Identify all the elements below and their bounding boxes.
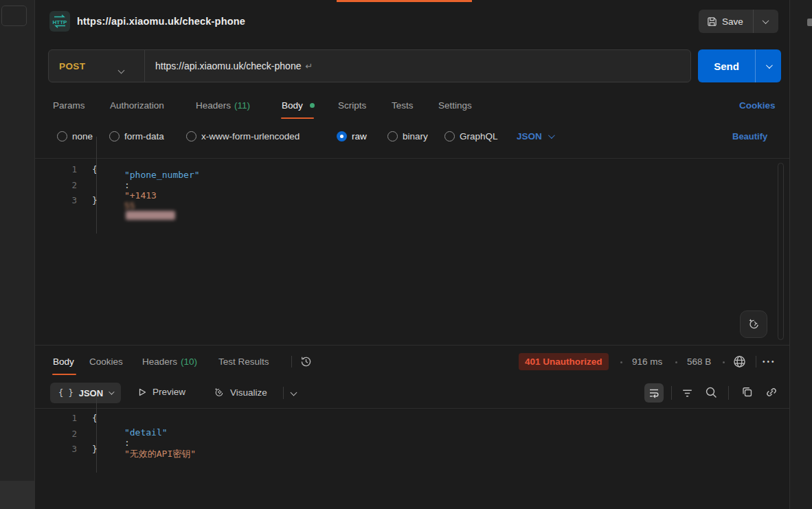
response-code-line[interactable]: 3 } [35,441,98,457]
save-button[interactable]: Save [699,10,754,33]
method-chevron-down-icon[interactable] [119,63,124,76]
save-button-label: Save [722,16,743,27]
line-number: 1 [35,164,77,174]
visualize-sparkle-icon [213,387,225,398]
radio-none[interactable]: none [57,131,93,142]
tab-body[interactable]: Body [282,100,303,111]
radio-raw[interactable]: raw [337,131,367,142]
language-select[interactable]: JSON [517,131,553,142]
code-text: } [92,195,98,205]
response-tab-cookies[interactable]: Cookies [89,357,123,367]
tab-headers[interactable]: Headers (11) [196,100,250,111]
history-icon [300,355,313,368]
panel-divider[interactable] [35,345,789,346]
url-input[interactable]: https://api.xiaomu.uk/check-phone ↵ [155,60,313,71]
radio-icon [444,131,455,142]
response-code-line[interactable]: 2 "detail" : "无效的API密钥" [35,426,196,442]
radio-none-label: none [72,131,93,142]
active-response-tab-underline [52,374,76,375]
status-badge: 401 Unauthorized [519,353,609,370]
send-button[interactable]: Send [698,49,756,82]
chevron-down-icon [763,17,769,24]
radio-urlencoded[interactable]: x-www-form-urlencoded [186,131,300,142]
request-code-line[interactable]: 3 } [35,192,98,208]
radio-raw-label: raw [352,131,367,142]
tab-tests[interactable]: Tests [392,100,414,111]
search-button[interactable] [704,385,719,400]
meta-separator-dot [723,361,725,363]
preview-button[interactable]: Preview [137,387,185,397]
wrap-text-button[interactable] [644,383,664,403]
json-colon: : [124,180,135,190]
tab-authorization[interactable]: Authorization [110,100,164,111]
network-info-button[interactable] [732,354,747,369]
json-key: "detail" [124,427,168,438]
response-tab-test-results[interactable]: Test Results [218,357,269,367]
braces-icon: { } [58,388,74,398]
save-options-button[interactable] [754,10,778,33]
response-code-line[interactable]: 1 { [35,410,98,426]
search-icon [704,385,719,400]
tab-scripts[interactable]: Scripts [338,100,366,111]
save-icon [707,16,717,27]
postbot-button[interactable] [740,310,767,338]
send-options-button[interactable] [756,49,781,82]
more-options-button[interactable]: ••• [763,358,776,365]
body-modified-dot [310,103,315,108]
json-key: "phone_number" [124,170,200,180]
radio-binary-label: binary [403,131,428,142]
tab-settings[interactable]: Settings [438,100,472,111]
postbot-icon [747,317,760,331]
toolbar-divider [671,386,672,400]
request-editor-scrollbar[interactable] [778,163,784,340]
copy-icon [741,385,754,399]
method-select[interactable]: POST [59,61,85,71]
line-number: 2 [35,180,77,190]
request-code-line[interactable]: 2 "phone_number" : "+1413 55 [35,177,200,193]
url-box-divider [144,50,145,82]
radio-binary[interactable]: binary [387,131,428,142]
sidebar-footer [0,481,34,509]
visualize-options-button[interactable] [291,390,296,395]
tab-params[interactable]: Params [53,100,85,111]
radio-icon [57,131,67,142]
line-number: 1 [35,413,77,423]
http-request-icon: HTTP [49,11,70,32]
globe-icon [732,354,747,369]
beautify-link[interactable]: Beautify [732,131,767,142]
visualize-label: Visualize [230,387,267,398]
visualize-button[interactable]: Visualize [213,387,267,398]
collapse-panel-icon[interactable] [807,19,812,26]
json-value-blurred: 55 [124,201,135,211]
wrap-text-icon [648,387,660,399]
enter-key-icon: ↵ [305,61,313,71]
filter-button[interactable] [680,386,695,400]
toolbar-divider [283,387,284,399]
link-icon [765,385,778,399]
radio-graphql[interactable]: GraphQL [444,131,498,142]
response-size: 568 B [687,357,711,367]
cookies-link[interactable]: Cookies [739,100,776,111]
response-tab-body[interactable]: Body [53,357,74,367]
meta-divider [756,356,756,367]
preview-label: Preview [153,387,185,397]
response-headers-count-badge: (10) [181,357,197,367]
response-time: 916 ms [632,357,662,367]
request-code-line[interactable]: 1 { [35,161,98,177]
response-tab-headers[interactable]: Headers (10) [142,357,197,367]
line-number: 2 [35,429,77,439]
api-client-window: HTTP https://api.xiaomu.uk/check-phone S… [0,0,812,509]
chevron-down-icon [548,132,555,139]
collapsed-sidebar-item[interactable] [1,5,27,26]
response-history-button[interactable] [300,355,313,368]
link-button[interactable] [765,385,778,399]
meta-separator-dot [620,361,622,363]
send-button-group: Send [698,49,781,82]
active-tab-indicator [337,0,472,2]
request-title: https://api.xiaomu.uk/check-phone [77,16,245,27]
copy-button[interactable] [741,385,754,399]
chevron-down-icon [291,389,297,396]
json-value-visible: "+1413 [124,190,157,201]
language-select-value: JSON [517,131,542,142]
radio-icon [387,131,398,142]
